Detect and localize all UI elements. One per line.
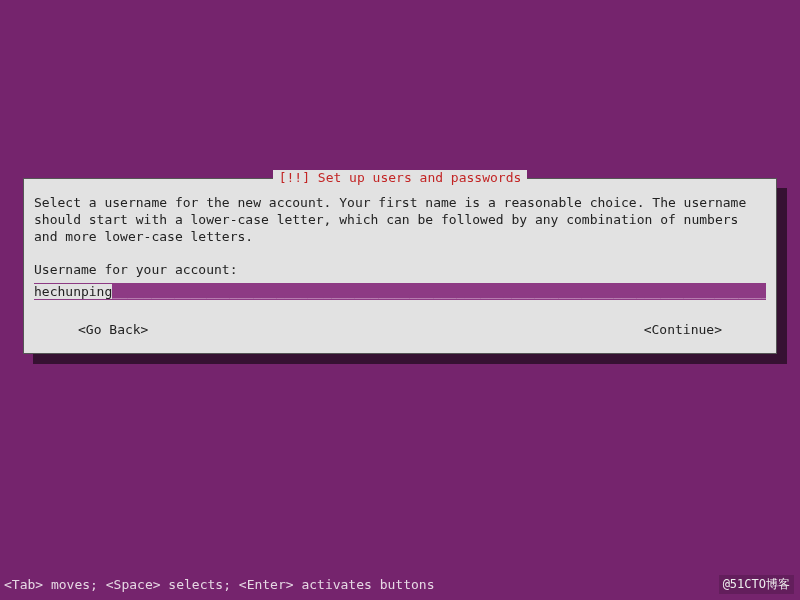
input-underline-fill: ________________________________________… [112,284,766,299]
username-input[interactable]: hechunping______________________________… [34,283,766,300]
dialog-wrapper: [!!] Set up users and passwords Select a… [23,178,777,354]
button-row: <Go Back> <Continue> [34,322,766,337]
prompt-text: Select a username for the new account. Y… [34,195,766,246]
go-back-button[interactable]: <Go Back> [78,322,148,337]
installer-dialog: [!!] Set up users and passwords Select a… [23,178,777,354]
dialog-title-bar: [!!] Set up users and passwords [24,170,776,185]
footer-help-text: <Tab> moves; <Space> selects; <Enter> ac… [4,577,434,592]
watermark: @51CTO博客 [719,575,794,594]
username-input-value: hechunping [34,284,112,299]
username-field-label: Username for your account: [34,262,766,277]
dialog-title: [!!] Set up users and passwords [273,170,528,185]
continue-button[interactable]: <Continue> [644,322,722,337]
